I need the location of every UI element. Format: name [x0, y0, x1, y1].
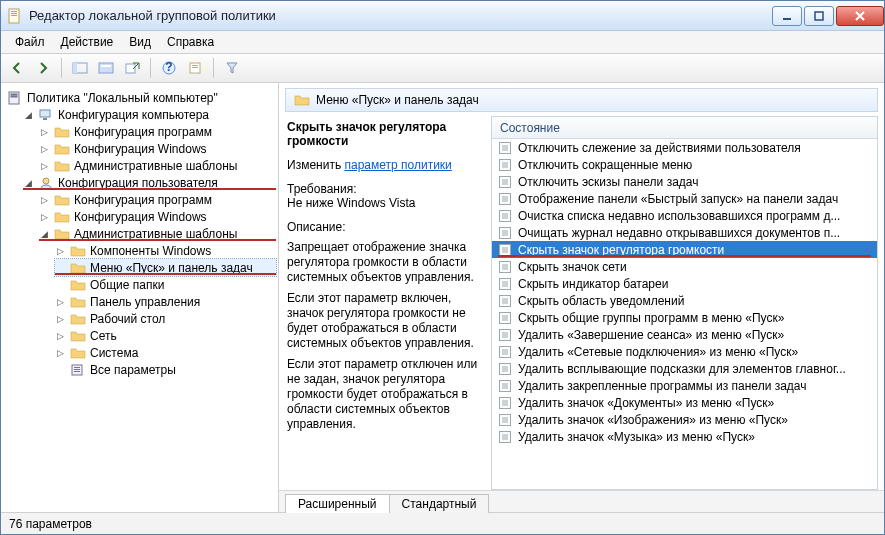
close-button[interactable] — [836, 6, 884, 26]
spacer — [55, 364, 66, 375]
setting-icon — [498, 311, 512, 325]
right-pane: Меню «Пуск» и панель задач Скрыть значок… — [279, 83, 884, 512]
tree-label: Административные шаблоны — [74, 159, 237, 173]
folder-icon — [54, 193, 70, 207]
list-item[interactable]: Скрыть значок регулятора громкости — [492, 241, 877, 258]
menu-action[interactable]: Действие — [55, 35, 120, 49]
list-item[interactable]: Удалить значок «Документы» из меню «Пуск… — [492, 394, 877, 411]
list-item[interactable]: Скрыть индикатор батареи — [492, 275, 877, 292]
tree-item[interactable]: ▷Сеть — [55, 327, 276, 344]
svg-rect-4 — [783, 18, 791, 20]
expand-icon[interactable]: ▷ — [55, 245, 66, 256]
expand-icon[interactable]: ▷ — [39, 194, 50, 205]
menu-help[interactable]: Справка — [161, 35, 220, 49]
tree-item[interactable]: ▷Административные шаблоны — [39, 157, 276, 174]
list-item[interactable]: Удалить «Сетевые подключения» из меню «П… — [492, 343, 877, 360]
list-item[interactable]: Удалить значок «Музыка» из меню «Пуск» — [492, 428, 877, 445]
list-item[interactable]: Скрыть общие группы программ в меню «Пус… — [492, 309, 877, 326]
back-button[interactable] — [5, 56, 29, 80]
tree-pane[interactable]: Политика "Локальный компьютер" ◢ Конфигу… — [1, 83, 279, 512]
tree-item[interactable]: ▷Конфигурация Windows — [39, 208, 276, 225]
collapse-icon[interactable]: ◢ — [23, 177, 34, 188]
svg-rect-3 — [11, 15, 17, 16]
list-item[interactable]: Скрыть область уведомлений — [492, 292, 877, 309]
forward-button[interactable] — [31, 56, 55, 80]
tab-standard[interactable]: Стандартный — [389, 494, 490, 513]
right-split: Скрыть значок регулятора громкости Измен… — [279, 116, 884, 490]
list-item[interactable]: Скрыть значок сети — [492, 258, 877, 275]
column-header-state[interactable]: Состояние — [492, 117, 877, 139]
expand-icon[interactable]: ▷ — [39, 211, 50, 222]
expand-icon[interactable]: ▷ — [55, 347, 66, 358]
settings-list: Состояние Отключить слежение за действия… — [491, 116, 878, 490]
list-item-label: Удалить значок «Документы» из меню «Пуск… — [518, 396, 774, 410]
folder-icon — [70, 312, 86, 326]
list-item[interactable]: Отключить слежение за действиями пользов… — [492, 139, 877, 156]
list-item[interactable]: Удалить всплывающие подсказки для элемен… — [492, 360, 877, 377]
svg-rect-8 — [99, 63, 113, 73]
expand-icon[interactable]: ▷ — [55, 313, 66, 324]
folder-icon — [70, 244, 86, 258]
tree-item[interactable]: ▷Конфигурация программ — [39, 123, 276, 140]
setting-icon — [498, 362, 512, 376]
list-body[interactable]: Отключить слежение за действиями пользов… — [492, 139, 877, 489]
setting-icon — [498, 141, 512, 155]
collapse-icon[interactable]: ◢ — [23, 109, 34, 120]
help-button[interactable]: ? — [157, 56, 181, 80]
svg-rect-2 — [11, 13, 17, 14]
properties-button[interactable] — [94, 56, 118, 80]
tree-computer-config[interactable]: ◢ Конфигурация компьютера — [23, 106, 276, 123]
tree-item[interactable]: ▷Компоненты Windows — [55, 242, 276, 259]
list-item[interactable]: Отображение панели «Быстрый запуск» на п… — [492, 190, 877, 207]
collapse-icon[interactable]: ◢ — [39, 228, 50, 239]
menu-view[interactable]: Вид — [123, 35, 157, 49]
list-item[interactable]: Отключить сокращенные меню — [492, 156, 877, 173]
description-p1: Запрещает отображение значка регулятора … — [287, 240, 481, 285]
tree-label: Все параметры — [90, 363, 176, 377]
filter-button[interactable] — [220, 56, 244, 80]
expand-icon[interactable]: ▷ — [55, 330, 66, 341]
tree-label: Рабочий стол — [90, 312, 165, 326]
list-item[interactable]: Удалить значок «Изображения» из меню «Пу… — [492, 411, 877, 428]
tree-item[interactable]: ▷Рабочий стол — [55, 310, 276, 327]
minimize-button[interactable] — [772, 6, 802, 26]
policy-setting-link[interactable]: параметр политики — [344, 158, 451, 172]
list-item-label: Скрыть общие группы программ в меню «Пус… — [518, 311, 784, 325]
titlebar: Редактор локальной групповой политики — [1, 1, 884, 31]
expand-icon[interactable]: ▷ — [55, 296, 66, 307]
tree-item[interactable]: ▷Система — [55, 344, 276, 361]
tree-label: Общие папки — [90, 278, 164, 292]
tree-item[interactable]: ▷Конфигурация Windows — [39, 140, 276, 157]
expand-icon[interactable]: ▷ — [39, 126, 50, 137]
show-hide-tree-button[interactable] — [68, 56, 92, 80]
export-button[interactable] — [120, 56, 144, 80]
folder-icon — [54, 142, 70, 156]
tree-start-menu-taskbar[interactable]: Меню «Пуск» и панель задач — [55, 259, 276, 276]
list-item[interactable]: Очистка списка недавно использовавшихся … — [492, 207, 877, 224]
tree-label: Система — [90, 346, 138, 360]
svg-rect-7 — [73, 63, 77, 73]
list-item-label: Удалить значок «Изображения» из меню «Пу… — [518, 413, 788, 427]
tree-admin-templates[interactable]: ◢Административные шаблоны — [39, 225, 276, 242]
maximize-button[interactable] — [804, 6, 834, 26]
expand-icon[interactable]: ▷ — [39, 143, 50, 154]
tree-root[interactable]: Политика "Локальный компьютер" — [7, 89, 276, 106]
description-p3: Если этот параметр отключен или не задан… — [287, 357, 481, 432]
list-item[interactable]: Удалить закрепленные программы из панели… — [492, 377, 877, 394]
tree-label: Конфигурация Windows — [74, 210, 207, 224]
tab-extended[interactable]: Расширенный — [285, 494, 390, 513]
list-item[interactable]: Удалить «Завершение сеанса» из меню «Пус… — [492, 326, 877, 343]
tree-all-settings[interactable]: Все параметры — [55, 361, 276, 378]
tree-item[interactable]: ▷Панель управления — [55, 293, 276, 310]
setting-icon — [498, 379, 512, 393]
tree-item[interactable]: ▷Конфигурация программ — [39, 191, 276, 208]
tree-item[interactable]: Общие папки — [55, 276, 276, 293]
list-item[interactable]: Очищать журнал недавно открывавшихся док… — [492, 224, 877, 241]
list-item[interactable]: Отключить эскизы панели задач — [492, 173, 877, 190]
list-item-label: Отключить слежение за действиями пользов… — [518, 141, 801, 155]
menu-file[interactable]: Файл — [9, 35, 51, 49]
tree-user-config[interactable]: ◢ Конфигурация пользователя — [23, 174, 276, 191]
expand-icon[interactable]: ▷ — [39, 160, 50, 171]
refresh-button[interactable] — [183, 56, 207, 80]
list-item-label: Удалить всплывающие подсказки для элемен… — [518, 362, 846, 376]
